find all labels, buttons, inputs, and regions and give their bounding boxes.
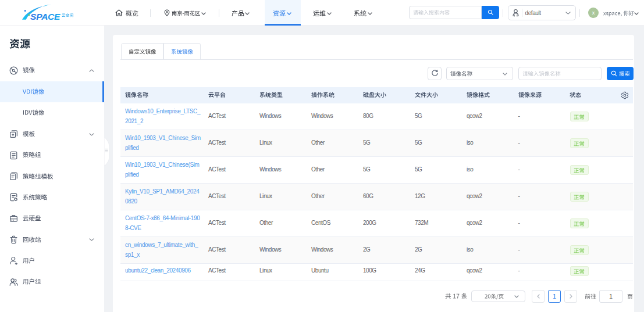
- svg-text:SPACE: SPACE: [30, 12, 61, 21]
